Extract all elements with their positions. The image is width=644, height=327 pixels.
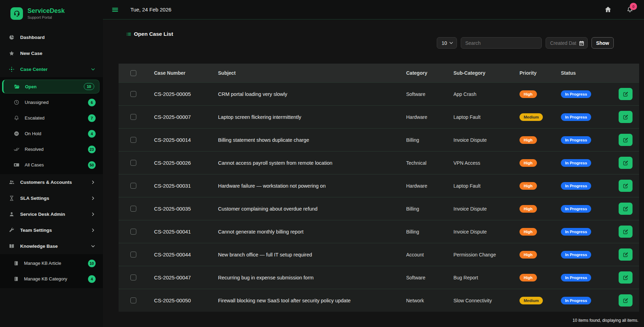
priority-badge: High	[520, 251, 537, 259]
sidebar-item-team-settings[interactable]: Team Settings	[0, 222, 103, 238]
case-center-icon	[9, 66, 15, 72]
sidebar-item-manage-kb-article[interactable]: Manage KB Article 10	[0, 255, 103, 271]
header-checkbox-cell	[119, 70, 154, 76]
sidebar-item-label: Case Center	[20, 67, 48, 72]
count-badge: 4	[88, 130, 96, 138]
folder-open-icon	[14, 84, 20, 90]
category-cell: Billing	[406, 137, 453, 143]
row-checkbox-cell	[119, 275, 154, 280]
table-row: CS-2025-00041Cannot generate monthly bil…	[119, 220, 639, 243]
sidebar-item-on-hold[interactable]: On Hold 4	[0, 126, 103, 141]
table-row: CS-2025-00035Customer complaining about …	[119, 197, 639, 220]
row-checkbox-cell	[119, 91, 154, 97]
sidebar: ServiceDesk Support Portal Dashboard New…	[0, 0, 103, 327]
case-number-cell: CS-2025-00047	[154, 275, 218, 280]
edit-case-button[interactable]	[619, 271, 633, 284]
priority-cell: Medium	[520, 113, 561, 121]
case-number-cell: CS-2025-00044	[154, 252, 218, 257]
pause-circle-icon	[14, 131, 19, 137]
sidebar-item-sla-settings[interactable]: SLA Settings	[0, 190, 103, 206]
edit-case-button[interactable]	[619, 294, 633, 306]
priority-badge: High	[520, 90, 537, 98]
sidebar-item-all-cases[interactable]: All Cases 50	[0, 157, 103, 173]
sidebar-item-label: Escalated	[25, 115, 45, 121]
sidebar-item-label: On Hold	[25, 131, 41, 136]
sidebar-item-resolved[interactable]: Resolved 23	[0, 141, 103, 157]
sub-category-cell: Invoice Dispute	[453, 137, 520, 143]
category-cell: Account	[406, 252, 453, 257]
edit-case-button[interactable]	[619, 88, 633, 100]
search-input[interactable]	[461, 37, 542, 49]
sub-category-cell: App Crash	[453, 91, 520, 97]
priority-cell: High	[520, 205, 561, 213]
sidebar-item-service-desk-admin[interactable]: Service Desk Admin	[0, 206, 103, 222]
row-checkbox[interactable]	[130, 252, 136, 257]
edit-case-button[interactable]	[619, 157, 633, 169]
row-checkbox[interactable]	[130, 160, 136, 166]
edit-icon	[623, 137, 628, 143]
status-badge: In Progress	[561, 159, 591, 167]
sidebar-item-new-case[interactable]: New Case	[0, 45, 103, 61]
sidebar-item-label: All Cases	[25, 162, 44, 167]
row-checkbox[interactable]	[130, 297, 136, 303]
priority-cell: High	[520, 274, 561, 281]
topbar: Tue, 24 Feb 2026 0	[103, 0, 644, 19]
row-checkbox-cell	[119, 297, 154, 303]
sidebar-item-dashboard[interactable]: Dashboard	[0, 29, 103, 45]
brand-logo	[10, 7, 23, 20]
edit-case-button[interactable]	[619, 226, 633, 238]
row-checkbox[interactable]	[130, 275, 136, 280]
edit-case-button[interactable]	[619, 134, 633, 146]
status-cell: In Progress	[561, 274, 615, 281]
row-checkbox[interactable]	[130, 114, 136, 120]
hourglass-icon	[9, 195, 15, 201]
edit-case-button[interactable]	[619, 203, 633, 215]
sidebar-item-case-center[interactable]: Case Center	[0, 61, 103, 77]
priority-cell: High	[520, 251, 561, 259]
row-checkbox[interactable]	[130, 137, 136, 143]
sub-category-cell: Invoice Dispute	[453, 206, 520, 212]
home-icon[interactable]	[604, 6, 612, 13]
count-badge: 10	[88, 260, 96, 267]
created-date-input[interactable]	[546, 37, 588, 49]
edit-case-button[interactable]	[619, 111, 633, 123]
priority-cell: High	[520, 136, 561, 144]
notifications-bell[interactable]: 0	[626, 6, 634, 13]
sidebar-item-manage-kb-category[interactable]: Manage KB Category 4	[0, 271, 103, 287]
show-button[interactable]: Show	[591, 37, 614, 49]
page-size-select[interactable]: 10	[437, 37, 457, 49]
row-checkbox[interactable]	[130, 206, 136, 212]
edit-cell	[615, 134, 639, 146]
hamburger-icon[interactable]	[111, 6, 119, 14]
sidebar-item-unassigned[interactable]: Unassigned 6	[0, 95, 103, 110]
table-header-row: Case Number Subject Category Sub-Categor…	[119, 64, 639, 82]
sidebar-item-customers-accounts[interactable]: Customers & Accounts	[0, 174, 103, 190]
edit-case-button[interactable]	[619, 248, 633, 261]
subject-cell: Cannot access payroll system from remote…	[218, 160, 406, 166]
sub-category-cell: Permission Change	[453, 252, 520, 257]
edit-case-button[interactable]	[619, 180, 633, 192]
user-icon	[9, 211, 15, 217]
row-checkbox-cell	[119, 229, 154, 235]
select-all-checkbox[interactable]	[130, 70, 136, 76]
sidebar-item-label: Manage KB Article	[24, 261, 61, 266]
row-checkbox[interactable]	[130, 183, 136, 189]
brand: ServiceDesk Support Portal	[0, 0, 103, 23]
row-checkbox[interactable]	[130, 229, 136, 235]
status-badge: In Progress	[561, 274, 591, 281]
sidebar-item-knowledge-base[interactable]: Knowledge Base	[0, 238, 103, 254]
priority-badge: High	[520, 205, 537, 213]
subject-cell: CRM portal loading very slowly	[218, 91, 406, 97]
row-checkbox-cell	[119, 206, 154, 212]
category-cell: Billing	[406, 206, 453, 212]
pie-chart-icon	[9, 34, 15, 40]
sidebar-item-label: Resolved	[25, 147, 43, 152]
row-checkbox[interactable]	[130, 91, 136, 97]
sub-category-cell: VPN Access	[453, 160, 520, 166]
sidebar-item-escalated[interactable]: Escalated 7	[0, 110, 103, 126]
sidebar-item-label: SLA Settings	[20, 196, 49, 201]
category-cell: Network	[406, 298, 453, 303]
created-date-field	[546, 37, 588, 49]
sidebar-item-open[interactable]: Open 10	[2, 80, 99, 93]
category-cell: Software	[406, 275, 453, 280]
